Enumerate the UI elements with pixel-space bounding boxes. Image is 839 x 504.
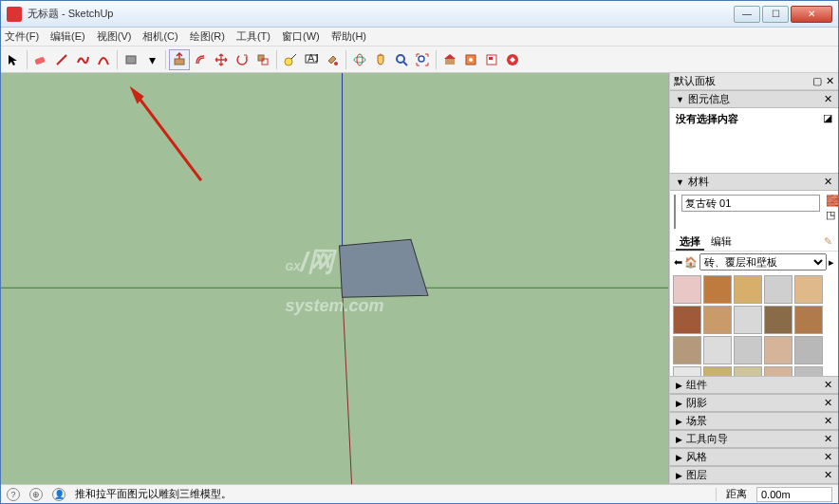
- close-button[interactable]: ✕: [791, 6, 832, 23]
- material-edit-icon[interactable]: ✎: [824, 235, 832, 248]
- menu-edit[interactable]: 编辑(E): [50, 29, 85, 44]
- material-home-icon[interactable]: 🏠: [684, 256, 698, 269]
- menu-help[interactable]: 帮助(H): [331, 29, 366, 44]
- panel-instructor[interactable]: ▶工具向导✕: [670, 430, 838, 448]
- material-swatch[interactable]: [673, 336, 701, 364]
- right-panel: 默认面板 ▢ ✕ ▼图元信息 ✕ 没有选择内容 ◪ ▼材料 ✕: [669, 73, 838, 484]
- material-swatch[interactable]: [703, 306, 732, 334]
- svg-rect-2: [175, 59, 184, 65]
- entity-info-text: 没有选择内容: [676, 113, 738, 124]
- material-category-select[interactable]: 砖、覆层和壁板: [699, 253, 827, 271]
- arc-tool[interactable]: [93, 49, 114, 70]
- pushpull-tool[interactable]: [169, 49, 190, 70]
- material-swatch[interactable]: [764, 366, 792, 376]
- rotate-tool[interactable]: [232, 49, 252, 70]
- svg-rect-4: [258, 55, 264, 61]
- menubar: 文件(F) 编辑(E) 视图(V) 相机(C) 绘图(R) 工具(T) 窗口(W…: [1, 28, 838, 47]
- material-swatch[interactable]: [734, 275, 762, 304]
- entity-detail-icon[interactable]: ◪: [823, 112, 832, 124]
- material-default-icon[interactable]: ◳: [826, 209, 839, 221]
- material-swatch[interactable]: [794, 336, 823, 364]
- pan-tool[interactable]: [370, 49, 391, 70]
- material-swatch[interactable]: [703, 366, 732, 376]
- panel-styles[interactable]: ▶风格✕: [670, 448, 838, 466]
- panel-layers[interactable]: ▶图层✕: [670, 466, 838, 484]
- panel-materials[interactable]: ▼材料 ✕: [670, 173, 838, 191]
- measurement-label: 距离: [726, 487, 747, 501]
- material-back-icon[interactable]: ⬅: [674, 256, 682, 269]
- svg-marker-23: [340, 239, 428, 297]
- material-swatch[interactable]: [703, 275, 732, 304]
- svg-point-9: [334, 62, 338, 65]
- material-swatch[interactable]: [794, 366, 823, 376]
- svg-point-6: [285, 58, 292, 65]
- material-preview[interactable]: [674, 195, 676, 229]
- svg-rect-1: [126, 56, 136, 64]
- svg-point-10: [354, 57, 365, 63]
- freehand-tool[interactable]: [72, 49, 93, 70]
- menu-tools[interactable]: 工具(T): [236, 29, 270, 44]
- svg-line-24: [135, 92, 201, 180]
- statusbar: ? ⊕ 👤 推和拉平面图元以雕刻三维模型。 距离 0.00m: [1, 484, 838, 503]
- layout-tool[interactable]: [481, 49, 502, 70]
- material-create-icon[interactable]: 🧱: [826, 195, 839, 207]
- scale-tool[interactable]: [252, 49, 273, 70]
- tray-close-icon[interactable]: ✕: [826, 75, 834, 87]
- geo-icon[interactable]: ⊕: [29, 488, 43, 501]
- material-swatch[interactable]: [764, 275, 792, 304]
- materials-tab-select[interactable]: 选择: [676, 233, 704, 251]
- measurement-value[interactable]: 0.00m: [756, 487, 832, 502]
- tray-pin-icon[interactable]: ▢: [812, 75, 822, 87]
- panel-close-icon[interactable]: ✕: [824, 93, 832, 105]
- paint-tool[interactable]: [322, 49, 343, 70]
- material-swatch[interactable]: [734, 366, 762, 376]
- panel-scenes[interactable]: ▶场景✕: [670, 412, 838, 430]
- offset-tool[interactable]: [190, 49, 211, 70]
- zoom-tool[interactable]: [391, 49, 412, 70]
- menu-window[interactable]: 窗口(W): [282, 29, 320, 44]
- orbit-tool[interactable]: [349, 49, 370, 70]
- material-swatch[interactable]: [794, 275, 823, 304]
- material-swatch[interactable]: [673, 306, 701, 334]
- viewport[interactable]: GX/网 system.com: [1, 73, 669, 484]
- select-tool[interactable]: [3, 49, 24, 70]
- menu-draw[interactable]: 绘图(R): [190, 29, 225, 44]
- menu-camera[interactable]: 相机(C): [142, 29, 177, 44]
- shape-dropdown[interactable]: ▾: [141, 49, 162, 70]
- extensionwh-tool[interactable]: [502, 49, 523, 70]
- material-swatch[interactable]: [764, 336, 792, 364]
- panel-close-icon[interactable]: ✕: [824, 176, 832, 188]
- extension-tool[interactable]: [460, 49, 481, 70]
- svg-rect-0: [34, 56, 45, 65]
- panel-entity-info[interactable]: ▼图元信息 ✕: [670, 90, 838, 108]
- minimize-button[interactable]: —: [734, 6, 760, 23]
- maximize-button[interactable]: ☐: [762, 6, 789, 23]
- svg-point-16: [469, 58, 473, 62]
- panel-shadows[interactable]: ▶阴影✕: [670, 394, 838, 412]
- menu-view[interactable]: 视图(V): [97, 29, 132, 44]
- tape-tool[interactable]: [280, 49, 301, 70]
- svg-point-3: [237, 55, 247, 65]
- help-icon[interactable]: ?: [7, 488, 20, 501]
- material-swatch[interactable]: [703, 336, 732, 364]
- material-menu-icon[interactable]: ▸: [829, 256, 834, 269]
- material-swatch[interactable]: [734, 336, 762, 364]
- menu-file[interactable]: 文件(F): [5, 29, 39, 44]
- eraser-tool[interactable]: [30, 49, 51, 70]
- material-swatch[interactable]: [673, 275, 701, 304]
- line-tool[interactable]: [51, 49, 72, 70]
- material-swatch[interactable]: [734, 306, 762, 334]
- material-name-input[interactable]: [681, 195, 820, 212]
- material-swatch[interactable]: [673, 366, 701, 376]
- material-swatch[interactable]: [764, 306, 792, 334]
- zoom-extents-tool[interactable]: [412, 49, 433, 70]
- rectangle-tool[interactable]: [121, 49, 141, 70]
- user-icon[interactable]: 👤: [52, 488, 65, 501]
- materials-tab-edit[interactable]: 编辑: [707, 233, 736, 249]
- panel-components[interactable]: ▶组件✕: [670, 376, 838, 394]
- text-tool[interactable]: A1: [301, 49, 322, 70]
- warehouse-tool[interactable]: [439, 49, 460, 70]
- material-swatch[interactable]: [794, 306, 823, 334]
- move-tool[interactable]: [211, 49, 232, 70]
- svg-rect-14: [445, 59, 455, 65]
